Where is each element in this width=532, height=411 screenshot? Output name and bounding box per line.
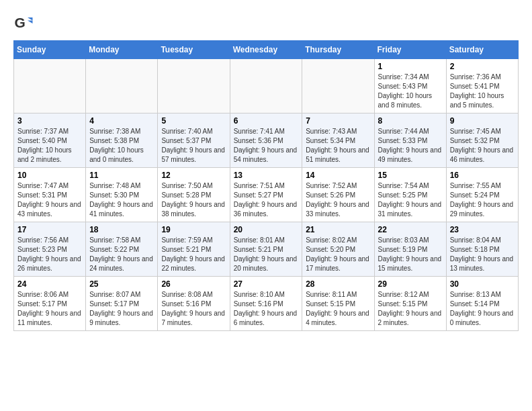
calendar-week-row: 10Sunrise: 7:47 AM Sunset: 5:31 PM Dayli… [14, 168, 519, 222]
table-row: 16Sunrise: 7:55 AM Sunset: 5:24 PM Dayli… [446, 168, 518, 222]
day-info: Sunrise: 7:38 AM Sunset: 5:38 PM Dayligh… [89, 127, 154, 165]
table-row: 8Sunrise: 7:44 AM Sunset: 5:33 PM Daylig… [374, 113, 446, 168]
day-info: Sunrise: 7:44 AM Sunset: 5:33 PM Dayligh… [378, 127, 443, 165]
day-number: 24 [17, 279, 82, 289]
svg-marker-1 [28, 17, 33, 21]
table-row: 25Sunrise: 8:07 AM Sunset: 5:17 PM Dayli… [86, 277, 158, 331]
calendar-table: SundayMondayTuesdayWednesdayThursdayFrid… [13, 40, 519, 331]
table-row: 2Sunrise: 7:36 AM Sunset: 5:41 PM Daylig… [446, 59, 518, 113]
day-number: 8 [378, 116, 443, 126]
day-info: Sunrise: 8:07 AM Sunset: 5:17 PM Dayligh… [89, 290, 154, 328]
table-row: 9Sunrise: 7:45 AM Sunset: 5:32 PM Daylig… [446, 113, 518, 168]
table-row [302, 59, 374, 113]
logo-icon: G [13, 13, 34, 34]
day-number: 1 [378, 62, 443, 71]
day-number: 16 [450, 171, 515, 180]
table-row: 18Sunrise: 7:58 AM Sunset: 5:22 PM Dayli… [86, 222, 158, 277]
day-info: Sunrise: 8:11 AM Sunset: 5:15 PM Dayligh… [306, 290, 370, 328]
table-row [14, 59, 86, 113]
table-row: 23Sunrise: 8:04 AM Sunset: 5:18 PM Dayli… [446, 222, 518, 277]
table-row: 17Sunrise: 7:56 AM Sunset: 5:23 PM Dayli… [14, 222, 86, 277]
day-info: Sunrise: 7:40 AM Sunset: 5:37 PM Dayligh… [161, 127, 226, 165]
calendar-week-row: 3Sunrise: 7:37 AM Sunset: 5:40 PM Daylig… [14, 113, 519, 168]
table-row: 3Sunrise: 7:37 AM Sunset: 5:40 PM Daylig… [14, 113, 86, 168]
table-row [86, 59, 158, 113]
day-info: Sunrise: 7:51 AM Sunset: 5:27 PM Dayligh… [234, 181, 299, 219]
day-number: 26 [161, 279, 226, 289]
table-row: 1Sunrise: 7:34 AM Sunset: 5:43 PM Daylig… [374, 59, 446, 113]
table-row: 27Sunrise: 8:10 AM Sunset: 5:16 PM Dayli… [230, 277, 302, 331]
day-info: Sunrise: 7:58 AM Sunset: 5:22 PM Dayligh… [89, 236, 154, 273]
calendar-header-row: SundayMondayTuesdayWednesdayThursdayFrid… [14, 41, 519, 59]
day-info: Sunrise: 7:45 AM Sunset: 5:32 PM Dayligh… [450, 127, 515, 165]
table-row: 28Sunrise: 8:11 AM Sunset: 5:15 PM Dayli… [302, 277, 374, 331]
day-info: Sunrise: 7:59 AM Sunset: 5:21 PM Dayligh… [161, 236, 226, 273]
day-info: Sunrise: 7:52 AM Sunset: 5:26 PM Dayligh… [306, 181, 370, 219]
weekday-header-wednesday: Wednesday [230, 41, 302, 59]
svg-marker-2 [28, 21, 33, 24]
day-info: Sunrise: 8:06 AM Sunset: 5:17 PM Dayligh… [17, 290, 82, 328]
table-row [230, 59, 302, 113]
day-number: 27 [234, 279, 299, 289]
day-info: Sunrise: 7:56 AM Sunset: 5:23 PM Dayligh… [17, 236, 82, 273]
day-info: Sunrise: 8:02 AM Sunset: 5:20 PM Dayligh… [306, 236, 370, 273]
day-info: Sunrise: 7:55 AM Sunset: 5:24 PM Dayligh… [450, 181, 515, 219]
day-number: 18 [89, 225, 154, 234]
calendar-week-row: 17Sunrise: 7:56 AM Sunset: 5:23 PM Dayli… [14, 222, 519, 277]
day-info: Sunrise: 8:12 AM Sunset: 5:15 PM Dayligh… [378, 290, 443, 328]
day-info: Sunrise: 7:54 AM Sunset: 5:25 PM Dayligh… [378, 181, 443, 219]
day-number: 22 [378, 225, 443, 234]
day-info: Sunrise: 8:13 AM Sunset: 5:14 PM Dayligh… [450, 290, 515, 328]
day-number: 3 [17, 116, 82, 126]
day-number: 15 [378, 171, 443, 180]
day-number: 14 [306, 171, 370, 180]
day-info: Sunrise: 7:47 AM Sunset: 5:31 PM Dayligh… [17, 181, 82, 219]
day-number: 17 [17, 225, 82, 234]
table-row: 14Sunrise: 7:52 AM Sunset: 5:26 PM Dayli… [302, 168, 374, 222]
table-row: 13Sunrise: 7:51 AM Sunset: 5:27 PM Dayli… [230, 168, 302, 222]
day-number: 10 [17, 171, 82, 180]
table-row [158, 59, 230, 113]
weekday-header-saturday: Saturday [446, 41, 518, 59]
table-row: 24Sunrise: 8:06 AM Sunset: 5:17 PM Dayli… [14, 277, 86, 331]
day-number: 30 [450, 279, 515, 289]
table-row: 22Sunrise: 8:03 AM Sunset: 5:19 PM Dayli… [374, 222, 446, 277]
day-number: 12 [161, 171, 226, 180]
svg-text:G: G [15, 15, 26, 30]
table-row: 7Sunrise: 7:43 AM Sunset: 5:34 PM Daylig… [302, 113, 374, 168]
day-info: Sunrise: 8:04 AM Sunset: 5:18 PM Dayligh… [450, 236, 515, 273]
calendar-week-row: 1Sunrise: 7:34 AM Sunset: 5:43 PM Daylig… [14, 59, 519, 113]
table-row: 10Sunrise: 7:47 AM Sunset: 5:31 PM Dayli… [14, 168, 86, 222]
page-header: G [13, 13, 519, 34]
day-info: Sunrise: 7:41 AM Sunset: 5:36 PM Dayligh… [234, 127, 299, 165]
day-number: 23 [450, 225, 515, 234]
day-number: 13 [234, 171, 299, 180]
day-info: Sunrise: 7:34 AM Sunset: 5:43 PM Dayligh… [378, 73, 443, 110]
weekday-header-sunday: Sunday [14, 41, 86, 59]
table-row: 20Sunrise: 8:01 AM Sunset: 5:21 PM Dayli… [230, 222, 302, 277]
day-info: Sunrise: 8:08 AM Sunset: 5:16 PM Dayligh… [161, 290, 226, 328]
day-info: Sunrise: 7:37 AM Sunset: 5:40 PM Dayligh… [17, 127, 82, 165]
table-row: 26Sunrise: 8:08 AM Sunset: 5:16 PM Dayli… [158, 277, 230, 331]
weekday-header-friday: Friday [374, 41, 446, 59]
day-number: 7 [306, 116, 370, 126]
day-number: 29 [378, 279, 443, 289]
day-info: Sunrise: 7:48 AM Sunset: 5:30 PM Dayligh… [89, 181, 154, 219]
weekday-header-monday: Monday [86, 41, 158, 59]
table-row: 11Sunrise: 7:48 AM Sunset: 5:30 PM Dayli… [86, 168, 158, 222]
day-number: 25 [89, 279, 154, 289]
day-number: 11 [89, 171, 154, 180]
day-number: 28 [306, 279, 370, 289]
day-number: 19 [161, 225, 226, 234]
day-info: Sunrise: 7:50 AM Sunset: 5:28 PM Dayligh… [161, 181, 226, 219]
logo: G [13, 13, 36, 34]
table-row: 19Sunrise: 7:59 AM Sunset: 5:21 PM Dayli… [158, 222, 230, 277]
day-number: 4 [89, 116, 154, 126]
table-row: 15Sunrise: 7:54 AM Sunset: 5:25 PM Dayli… [374, 168, 446, 222]
day-number: 9 [450, 116, 515, 126]
table-row: 30Sunrise: 8:13 AM Sunset: 5:14 PM Dayli… [446, 277, 518, 331]
weekday-header-tuesday: Tuesday [158, 41, 230, 59]
day-info: Sunrise: 7:36 AM Sunset: 5:41 PM Dayligh… [450, 73, 515, 110]
day-info: Sunrise: 8:10 AM Sunset: 5:16 PM Dayligh… [234, 290, 299, 328]
table-row: 6Sunrise: 7:41 AM Sunset: 5:36 PM Daylig… [230, 113, 302, 168]
